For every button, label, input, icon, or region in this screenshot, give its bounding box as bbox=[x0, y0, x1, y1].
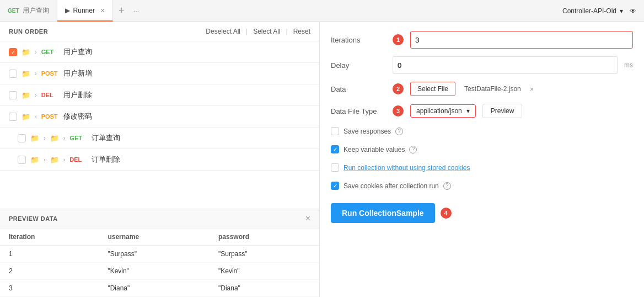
folder-icon: 📁 bbox=[22, 113, 30, 121]
preview-title: PREVIEW DATA bbox=[9, 215, 58, 222]
eye-icon: 👁 bbox=[630, 7, 636, 15]
file-remove-button[interactable]: × bbox=[530, 85, 534, 93]
arrow-icon: › bbox=[35, 92, 37, 98]
method-badge: GET bbox=[8, 8, 19, 14]
select-all-button[interactable]: Select All bbox=[253, 28, 287, 35]
request-name: 修改密码 bbox=[63, 112, 92, 121]
cell-password: "Diana" bbox=[210, 280, 319, 297]
tab-get-query[interactable]: GET 用户查询 bbox=[0, 0, 57, 22]
delay-label: Delay bbox=[331, 61, 386, 70]
run-order-header: RUN ORDER Deselect All Select All Reset bbox=[0, 22, 319, 41]
run-collection-button[interactable]: Run CollectionSample bbox=[331, 203, 435, 223]
cell-password: "Kevin" bbox=[210, 263, 319, 280]
preview-close-button[interactable]: × bbox=[305, 214, 310, 224]
runner-icon: ▶ bbox=[65, 7, 70, 14]
iterations-label: Iterations bbox=[331, 36, 386, 44]
checkbox-5[interactable] bbox=[18, 134, 26, 142]
checkbox-1[interactable] bbox=[9, 48, 17, 56]
iterations-row: Iterations 1 bbox=[331, 31, 633, 49]
arrow-icon: › bbox=[35, 113, 37, 120]
tab-label: 用户查询 bbox=[23, 6, 49, 15]
arrow-icon: › bbox=[35, 70, 37, 77]
file-name-label: TestDataFile-2.json bbox=[464, 85, 521, 93]
request-name: 用户查询 bbox=[63, 47, 92, 57]
data-file-type-row: Data File Type 3 application/json ▾ Prev… bbox=[331, 104, 633, 118]
tab-runner[interactable]: ▶ Runner × bbox=[57, 0, 114, 22]
iterations-input[interactable] bbox=[410, 31, 633, 49]
method-label: DEL bbox=[69, 156, 87, 163]
reset-button[interactable]: Reset bbox=[293, 28, 310, 35]
save-cookies-label: Save cookies after collection run bbox=[344, 182, 439, 190]
method-label: POST bbox=[41, 113, 59, 120]
arrow-icon: › bbox=[63, 135, 66, 141]
arrow-icon: › bbox=[63, 156, 66, 163]
method-label: DEL bbox=[41, 92, 59, 98]
workspace-name: Controller-API-Old bbox=[562, 7, 616, 15]
checkbox-2[interactable] bbox=[9, 70, 17, 78]
folder-icon-2: 📁 bbox=[50, 156, 59, 164]
list-item: 📁 › 📁 › GET 订单查询 bbox=[0, 128, 319, 149]
data-file-type-value: application/json bbox=[416, 107, 462, 115]
keep-variable-checkbox[interactable] bbox=[331, 145, 339, 153]
preview-button[interactable]: Preview bbox=[482, 104, 523, 118]
request-name: 订单查询 bbox=[92, 133, 120, 143]
step-3-badge: 3 bbox=[393, 105, 404, 116]
step-2-badge: 2 bbox=[393, 83, 404, 94]
chevron-down-icon: ▾ bbox=[466, 107, 470, 115]
step-4-badge: 4 bbox=[441, 208, 452, 219]
cell-iteration: 3 bbox=[0, 280, 99, 297]
cell-username: "Kevin" bbox=[99, 263, 210, 280]
save-cookies-info-icon[interactable]: ? bbox=[443, 182, 451, 190]
run-without-cookies-row: Run collection without using stored cook… bbox=[331, 162, 633, 173]
folder-icon: 📁 bbox=[22, 48, 30, 56]
select-file-button[interactable]: Select File bbox=[410, 82, 455, 96]
request-name: 用户删除 bbox=[63, 90, 92, 100]
more-tabs-button[interactable]: ··· bbox=[130, 7, 143, 15]
add-tab-button[interactable]: + bbox=[113, 5, 130, 17]
run-order-title: RUN ORDER bbox=[9, 28, 48, 35]
cell-password: "Surpass" bbox=[210, 246, 319, 263]
data-file-type-select[interactable]: application/json ▾ bbox=[410, 104, 476, 118]
col-password: password bbox=[210, 229, 319, 246]
col-iteration: Iteration bbox=[0, 229, 99, 246]
list-item: 📁 › POST 用户新增 bbox=[0, 63, 319, 84]
delay-input[interactable] bbox=[393, 56, 618, 74]
checkbox-4[interactable] bbox=[9, 113, 17, 121]
keep-variable-info-icon[interactable]: ? bbox=[409, 146, 417, 153]
save-responses-info-icon[interactable]: ? bbox=[395, 128, 403, 135]
checkbox-3[interactable] bbox=[9, 91, 17, 99]
preview-table: Iteration username password 1 "Surpass" … bbox=[0, 229, 319, 297]
cell-username: "Surpass" bbox=[99, 246, 210, 263]
save-cookies-row: Save cookies after collection run ? bbox=[331, 181, 633, 191]
save-responses-checkbox[interactable] bbox=[331, 127, 339, 135]
run-without-cookies-checkbox[interactable] bbox=[331, 163, 339, 172]
folder-icon: 📁 bbox=[22, 91, 30, 99]
chevron-down-icon: ▾ bbox=[620, 7, 623, 15]
method-label: POST bbox=[41, 70, 59, 77]
folder-icon: 📁 bbox=[30, 134, 39, 142]
table-row: 1 "Surpass" "Surpass" bbox=[0, 246, 319, 263]
list-item: 📁 › 📁 › DEL 订单删除 bbox=[0, 149, 319, 171]
workspace-selector[interactable]: Controller-API-Old ▾ 👁 bbox=[555, 7, 644, 15]
close-icon[interactable]: × bbox=[100, 6, 105, 15]
run-without-cookies-label[interactable]: Run collection without using stored cook… bbox=[344, 164, 470, 172]
tab-runner-label: Runner bbox=[73, 7, 95, 14]
data-row: Data 2 Select File TestDataFile-2.json × bbox=[331, 82, 633, 96]
deselect-all-button[interactable]: Deselect All bbox=[206, 28, 248, 35]
save-cookies-checkbox[interactable] bbox=[331, 182, 339, 190]
data-label: Data bbox=[331, 85, 386, 93]
cell-username: "Diana" bbox=[99, 280, 210, 297]
list-item: 📁 › GET 用户查询 bbox=[0, 41, 319, 63]
data-file-type-label: Data File Type bbox=[331, 107, 386, 115]
table-row: 2 "Kevin" "Kevin" bbox=[0, 263, 319, 280]
arrow-icon: › bbox=[44, 156, 46, 163]
method-label: GET bbox=[69, 135, 87, 141]
save-responses-label: Save responses bbox=[344, 128, 391, 135]
request-name: 订单删除 bbox=[92, 155, 120, 165]
cell-iteration: 2 bbox=[0, 263, 99, 280]
arrow-icon: › bbox=[35, 49, 37, 55]
preview-section: PREVIEW DATA × Iteration username passwo… bbox=[0, 209, 319, 297]
run-button-row: Run CollectionSample 4 bbox=[331, 203, 633, 223]
checkbox-6[interactable] bbox=[18, 156, 26, 164]
delay-row: Delay ms bbox=[331, 56, 633, 74]
